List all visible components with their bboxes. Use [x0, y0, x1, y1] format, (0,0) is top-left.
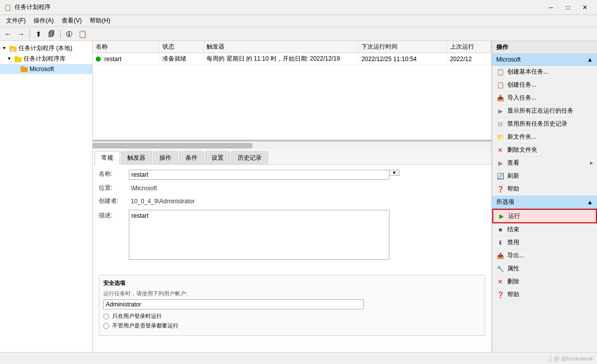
radio-2[interactable]: [103, 323, 109, 329]
tab-general[interactable]: 常规: [95, 151, 120, 165]
security-section-wrapper: 安全选项 运行任务时，请使用下列用户帐户: Administrator 只在用户…: [93, 275, 491, 340]
toolbar-forward[interactable]: →: [15, 29, 27, 40]
menu-action[interactable]: 操作(A): [30, 16, 58, 26]
toolbar-back[interactable]: ←: [2, 29, 14, 40]
section-collapse-icon: ▲: [587, 56, 593, 63]
tree-library-label: 任务计划程序库: [24, 55, 66, 63]
svg-rect-3: [15, 57, 22, 62]
task-next-run: 2022/12/25 11:10:54: [358, 53, 447, 65]
svg-rect-6: [21, 66, 24, 68]
view-icon: ▶: [496, 159, 504, 167]
action-help-sel[interactable]: ❓ 帮助: [492, 288, 597, 301]
action-new-folder[interactable]: 📁 新文件夹...: [492, 131, 597, 144]
col-trigger[interactable]: 触发器: [204, 41, 358, 53]
toolbar-up[interactable]: ⬆: [33, 29, 45, 40]
radio-row-1: 只在用户登录时运行: [103, 312, 481, 320]
detail-author-row: 创建者: 10_0_4_9\Administrator: [99, 197, 485, 206]
delete-icon: ✕: [496, 278, 504, 286]
end-icon: ■: [496, 226, 504, 234]
expand-root[interactable]: ▼: [2, 46, 8, 52]
detail-panel: 常规 触发器 操作 条件 设置 历史记录 名称: restart ▼: [93, 149, 491, 352]
task-status: 准备就绪: [159, 53, 203, 65]
tree-library[interactable]: ▼ 任务计划程序库: [0, 54, 92, 64]
radio-1[interactable]: [103, 313, 109, 319]
action-import[interactable]: 📥 导入任务...: [492, 92, 597, 105]
task-list-container[interactable]: 名称 状态 触发器 下次运行时间 上次运行 restart 准备就绪: [93, 41, 491, 141]
table-row[interactable]: restart 准备就绪 每周的 星期日 的 11:10 时，开始日期: 202…: [93, 53, 491, 65]
detail-desc-textarea[interactable]: [129, 210, 389, 260]
action-delete[interactable]: ✕ 删除: [492, 275, 597, 288]
run-icon: ▶: [497, 212, 505, 220]
action-refresh[interactable]: 🔄 刷新: [492, 170, 597, 183]
tree-root-icon: 📋: [9, 45, 17, 53]
action-disable[interactable]: ⬇ 禁用: [492, 236, 597, 249]
tree-microsoft-label: Microsoft: [30, 66, 54, 73]
detail-name-label: 名称:: [99, 170, 129, 178]
security-run-label: 运行任务时，请使用下列用户帐户:: [103, 290, 481, 297]
maximize-button[interactable]: □: [560, 3, 576, 13]
right-section-microsoft[interactable]: Microsoft ▲: [492, 54, 597, 66]
tab-trigger[interactable]: 触发器: [121, 151, 152, 164]
tab-history[interactable]: 历史记录: [231, 151, 268, 164]
detail-author-label: 创建者:: [99, 197, 129, 205]
action-properties[interactable]: 🔧 属性: [492, 262, 597, 275]
help-sel-icon: ❓: [496, 291, 504, 299]
svg-rect-5: [21, 67, 28, 72]
col-next-run[interactable]: 下次运行时间: [358, 41, 447, 53]
action-help-ms[interactable]: ❓ 帮助: [492, 183, 597, 196]
toolbar-task[interactable]: 📋: [76, 29, 88, 40]
disable-history-icon: ⊟: [496, 120, 504, 128]
tab-condition[interactable]: 条件: [179, 151, 204, 164]
security-user[interactable]: Administrator: [103, 299, 364, 309]
detail-author-value: 10_0_4_9\Administrator: [129, 197, 485, 206]
section2-collapse-icon: ▲: [587, 199, 593, 206]
export-icon: 📤: [496, 252, 504, 260]
action-show-running[interactable]: ▶ 显示所有正在运行的任务: [492, 105, 597, 118]
detail-content: 名称: restart ▼ 位置: \Microsoft 创建者: 10_0_4…: [93, 165, 491, 269]
disable-icon: ⬇: [496, 239, 504, 247]
action-create-basic[interactable]: 📋 创建基本任务...: [492, 66, 597, 79]
right-panel-header: 操作: [492, 41, 597, 54]
action-export[interactable]: 📤 导出...: [492, 249, 597, 262]
toolbar-copy[interactable]: 🗐: [46, 29, 58, 40]
col-status[interactable]: 状态: [159, 41, 203, 53]
detail-name-value[interactable]: restart: [129, 170, 389, 180]
menu-view[interactable]: 查看(V): [58, 16, 86, 26]
horiz-scroll[interactable]: [93, 141, 491, 149]
tab-settings[interactable]: 设置: [205, 151, 230, 164]
detail-name-scroll[interactable]: ▼: [389, 170, 400, 176]
action-create-task[interactable]: 📋 创建任务...: [492, 79, 597, 92]
center-panel: 名称 状态 触发器 下次运行时间 上次运行 restart 准备就绪: [93, 41, 492, 352]
toolbar-info[interactable]: 🛈: [63, 29, 75, 40]
task-table: 名称 状态 触发器 下次运行时间 上次运行 restart 准备就绪: [93, 41, 491, 65]
close-button[interactable]: ✕: [577, 3, 593, 13]
tab-action[interactable]: 操作: [153, 151, 178, 164]
action-delete-folder[interactable]: ✕ 删除文件夹: [492, 144, 597, 157]
status-bar:  @ @hookswork: [0, 352, 597, 364]
action-view[interactable]: ▶ 查看 ▶: [492, 157, 597, 170]
action-disable-history[interactable]: ⊟ 禁用所有任务历史记录: [492, 118, 597, 131]
action-end[interactable]: ■ 结束: [492, 223, 597, 236]
task-trigger: 每周的 星期日 的 11:10 时，开始日期: 2022/12/19: [204, 53, 358, 65]
status-dot: [96, 57, 101, 62]
window-title: 任务计划程序: [15, 3, 51, 12]
help-ms-icon: ❓: [496, 185, 504, 193]
minimize-button[interactable]: ─: [543, 3, 559, 13]
new-folder-icon: 📁: [496, 133, 504, 141]
tree-root[interactable]: ▼ 📋 任务计划程序 (本地): [0, 43, 92, 54]
detail-location-row: 位置: \Microsoft: [99, 184, 485, 193]
submenu-arrow: ▶: [590, 161, 593, 165]
menu-file[interactable]: 文件(F): [2, 16, 30, 26]
properties-icon: 🔧: [496, 265, 504, 273]
radio-row-2: 不管用户是否登录都要运行: [103, 322, 481, 329]
col-name[interactable]: 名称: [93, 41, 159, 53]
menu-help[interactable]: 帮助(H): [86, 16, 114, 26]
right-section-selected[interactable]: 所选项 ▲: [492, 196, 597, 209]
svg-text:📋: 📋: [11, 47, 15, 52]
action-run[interactable]: ▶ 运行: [492, 209, 597, 223]
tree-microsoft[interactable]: Microsoft: [0, 64, 92, 74]
col-last-run[interactable]: 上次运行: [447, 41, 491, 53]
watermark:  @ @hookswork: [549, 354, 593, 362]
expand-library[interactable]: ▼: [7, 56, 13, 62]
toolbar: ← → ⬆ 🗐 🛈 📋: [0, 27, 597, 41]
